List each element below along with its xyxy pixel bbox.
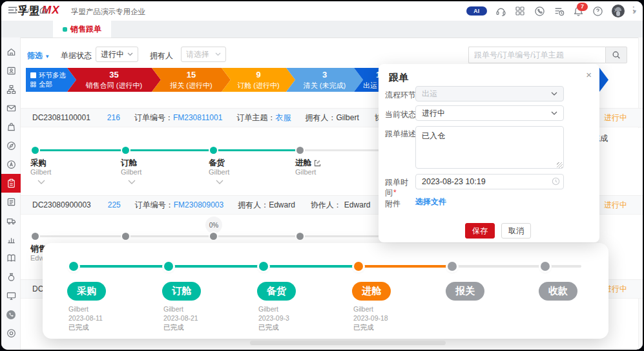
order-days-link[interactable]: 216 <box>107 113 120 122</box>
card-step-person: Gilbert <box>258 305 278 313</box>
order-days-link[interactable]: 225 <box>108 200 121 209</box>
header-actions: AI 7 ▾ <box>466 1 636 21</box>
checkbox[interactable] <box>30 72 36 78</box>
nav-forward-icon[interactable]: › <box>614 1 617 18</box>
stage-clearance[interactable]: 3清关 (未完成) <box>286 68 363 92</box>
search-input[interactable] <box>468 47 605 63</box>
headset-support-icon[interactable] <box>495 6 506 17</box>
collapse-menu-icon[interactable] <box>7 1 18 18</box>
save-button[interactable]: 保存 <box>465 223 495 239</box>
subject-label: 订单主题： <box>236 112 275 123</box>
whatsapp-icon[interactable] <box>534 6 545 17</box>
order-no-link[interactable]: FM230809003 <box>174 200 223 209</box>
time-field-label-2: 间* <box>385 187 397 198</box>
sidebar-item-whatsapp[interactable] <box>1 305 21 324</box>
apps-grid-icon[interactable] <box>515 6 526 17</box>
owner-filter-label: 拥有人 <box>150 50 173 61</box>
sidebar-item-discover[interactable] <box>1 136 21 155</box>
close-icon[interactable]: × <box>586 69 592 80</box>
attachment-label: 附件 <box>385 198 400 209</box>
sidebar-item-contacts[interactable] <box>1 61 21 80</box>
card-step-dot <box>354 262 363 271</box>
status-select[interactable]: 进行中 <box>415 105 564 121</box>
chevron-down-icon <box>551 111 557 115</box>
sidebar-item-finance[interactable] <box>1 268 21 286</box>
expand-step-icon[interactable] <box>128 180 136 184</box>
order-no-label: 订单编号： <box>135 200 174 211</box>
card-step-pill[interactable]: 进舱 <box>352 282 391 301</box>
expand-step-icon[interactable] <box>37 180 45 184</box>
stage-customs[interactable]: 15报关 (进行中) <box>152 68 231 92</box>
card-step-status: 已完成 <box>68 323 89 332</box>
ai-assistant-button[interactable]: AI <box>466 6 487 16</box>
description-textarea[interactable]: 已入仓 <box>415 126 564 169</box>
owner-value: Gilbert <box>336 113 358 122</box>
chevron-down-icon <box>127 52 133 56</box>
time-input[interactable] <box>415 174 564 189</box>
timeline-line-done <box>36 149 300 151</box>
order-status: 进行中 <box>604 200 627 211</box>
sidebar-item-reports[interactable] <box>1 230 21 249</box>
stage-select[interactable]: 出运 <box>415 86 564 101</box>
sidebar-item-monitor[interactable] <box>1 286 21 305</box>
stage-booking[interactable]: 9订舱 (进行中) <box>222 68 295 92</box>
card-step-dot <box>164 262 173 271</box>
owner-label: 拥有人： <box>238 200 269 211</box>
tab-more-icon[interactable]: ⋮ <box>629 1 638 18</box>
order-status: 进行中 <box>604 112 627 123</box>
top-header: 孚盟 MX 孚盟产品演示专用企业 AI 7 <box>1 1 643 21</box>
sidebar-item-target[interactable] <box>1 324 21 343</box>
sidebar-item-assistant[interactable] <box>1 155 21 174</box>
follow-up-modal: 跟单 × 流程环节 出运 当前状态 进行中 跟单描述 已入仓 跟单时 间* 附件… <box>379 64 599 242</box>
step-dot[interactable] <box>122 147 129 154</box>
collaborator-value: Edward <box>344 200 371 209</box>
cancel-button[interactable]: 取消 <box>501 223 531 239</box>
progress-bubble: 0% <box>205 217 222 233</box>
step-dot[interactable] <box>32 147 39 154</box>
sidebar-item-org-structure[interactable] <box>1 80 21 99</box>
status-filter-select[interactable]: 进行中 <box>96 47 138 62</box>
home-tab-icon[interactable] <box>39 1 48 18</box>
card-step-dot <box>541 262 550 271</box>
stage-sales-contract[interactable]: 35销售合同 (进行中) <box>67 68 161 92</box>
card-step-pill[interactable]: 报关 <box>446 282 484 301</box>
help-icon[interactable] <box>592 6 603 17</box>
edit-icon[interactable] <box>314 160 321 167</box>
step-dot[interactable] <box>122 233 129 240</box>
sidebar-item-orders[interactable] <box>1 118 21 136</box>
sidebar-item-home[interactable] <box>1 43 21 61</box>
step-dot[interactable] <box>210 233 217 240</box>
task-list-icon[interactable] <box>554 6 565 17</box>
window-frame: 孚盟 MX 孚盟产品演示专用企业 AI 7 <box>0 0 644 351</box>
subject-link[interactable]: 衣服 <box>275 112 291 123</box>
step-dot[interactable] <box>210 147 217 154</box>
card-step-pill[interactable]: 备货 <box>257 282 296 301</box>
nav-back-icon[interactable]: ‹ <box>27 1 30 18</box>
resize-handle[interactable] <box>557 162 563 168</box>
filter-toggle[interactable]: 筛选 ▼ <box>27 50 50 61</box>
sidebar-item-logistics[interactable] <box>1 211 21 230</box>
stage-multi-select[interactable]: 环节多选 全部 <box>26 68 76 92</box>
search-button[interactable] <box>605 47 627 63</box>
sidebar-item-documents[interactable] <box>1 193 21 211</box>
card-step-pill[interactable]: 订舱 <box>162 282 201 301</box>
tab-sales-follow-up[interactable]: 销售跟单 <box>53 21 111 37</box>
sidebar-item-ledger[interactable] <box>1 249 21 268</box>
notification-bell-icon[interactable]: 7 <box>573 6 584 17</box>
choose-file-link[interactable]: 选择文件 <box>415 197 446 207</box>
step-dot[interactable] <box>296 147 304 154</box>
step-dot[interactable] <box>32 233 39 240</box>
expand-step-icon[interactable] <box>216 180 223 184</box>
order-no-link[interactable]: FM230811001 <box>173 113 223 122</box>
step-dot[interactable] <box>296 233 304 240</box>
sidebar-item-mail[interactable] <box>1 99 21 118</box>
clock-icon <box>552 177 560 186</box>
status-filter-label: 单据状态 <box>61 50 92 61</box>
card-step-pill[interactable]: 收款 <box>539 282 577 301</box>
card-step-pill[interactable]: 采购 <box>67 282 106 301</box>
sidebar-item-follow-up[interactable] <box>1 174 21 193</box>
owner-filter-select[interactable]: 请选择 <box>181 47 226 62</box>
horizontal-scrollbar-thumb[interactable] <box>250 341 446 345</box>
order-id: DC <box>32 284 43 293</box>
card-step-status: 已完成 <box>353 323 374 332</box>
